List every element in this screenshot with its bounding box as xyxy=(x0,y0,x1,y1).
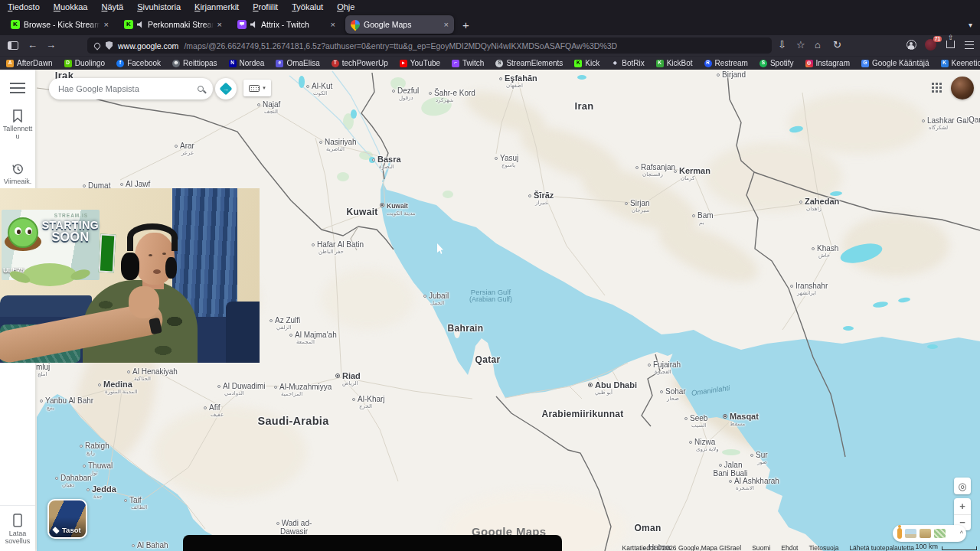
pegman-icon[interactable] xyxy=(897,528,902,539)
bookmark-label: AfterDawn xyxy=(17,59,53,67)
poster-subtitle: STREAM IS xyxy=(44,213,98,218)
sidebar-item-label: Viimeaik. xyxy=(0,178,35,185)
zoom-in-button[interactable]: + xyxy=(954,498,971,515)
bookmark-item[interactable]: ⊕Reittiopas xyxy=(172,59,217,67)
app-menu-icon[interactable] xyxy=(965,41,974,49)
bookmark-item[interactable]: ⌐Twitch xyxy=(452,59,484,67)
streetview-thumbnail[interactable] xyxy=(905,529,916,538)
menu-item[interactable]: Näytä xyxy=(101,2,123,11)
bookmark-label: Twitch xyxy=(462,59,484,67)
bookmark-label: Google Kääntäjä xyxy=(872,59,929,67)
streetview-thumbnail[interactable] xyxy=(920,529,931,538)
bookmark-item[interactable]: ◆BotRix xyxy=(611,59,644,67)
tab[interactable]: KBrowse - Kick Streaming× xyxy=(5,15,114,34)
sidebar-item-label: Tallennettu xyxy=(0,125,35,140)
sidebar-item-recents[interactable]: Viimeaik. xyxy=(0,163,35,185)
bookmark-item[interactable]: KKeenetic Skipper DSL xyxy=(941,59,980,67)
new-tab-button[interactable]: + xyxy=(462,18,469,31)
streetview-thumbnail[interactable] xyxy=(934,529,946,538)
extension-icon[interactable]: 71 xyxy=(925,39,936,51)
tab[interactable]: KPerkonmaki Stream - Watch× xyxy=(119,15,227,34)
history-icon xyxy=(11,163,24,175)
account-icon[interactable] xyxy=(906,40,916,50)
directions-button[interactable]: → xyxy=(215,78,237,99)
map-attribution: Karttatiedot ©2026 Google,Mapa GISraelSu… xyxy=(622,544,914,551)
menu-item[interactable]: Profiilit xyxy=(253,2,278,11)
sidebar-item-saved[interactable]: Tallennettu xyxy=(0,109,35,140)
menu-item[interactable]: Sivuhistoria xyxy=(137,2,181,11)
layers-button[interactable]: Tasot xyxy=(47,499,87,539)
attribution-link[interactable]: Ehdot xyxy=(781,544,798,551)
bookmark-item[interactable]: TtechPowerUp xyxy=(332,59,388,67)
phone-icon xyxy=(13,514,22,527)
share-icon[interactable] xyxy=(946,41,955,48)
shield-icon[interactable] xyxy=(106,41,113,50)
my-location-button[interactable]: ◎ xyxy=(954,478,971,494)
bookmark-item[interactable]: SSpotify xyxy=(760,59,794,67)
bookmark-favicon: S xyxy=(495,60,503,67)
menu-item[interactable]: Kirjanmerkit xyxy=(194,2,239,11)
forward-icon[interactable]: → xyxy=(46,39,56,51)
bookmark-label: Duolingo xyxy=(75,59,105,67)
input-tools-button[interactable]: ▾ xyxy=(243,80,271,96)
tab-close-button[interactable]: × xyxy=(104,20,109,29)
google-apps-grid-icon[interactable] xyxy=(931,82,942,93)
bookmark-label: Keenetic Skipper DSL xyxy=(952,59,980,67)
menu-item[interactable]: Ohje xyxy=(337,2,354,11)
attribution-link[interactable]: Lähetä tuotepalautetta xyxy=(849,544,914,551)
attribution-link: Karttatiedot ©2026 Google,Mapa GISrael xyxy=(622,544,742,551)
bookmark-item[interactable]: eOmaElisa xyxy=(276,59,319,67)
attribution-link[interactable]: Suomi xyxy=(752,544,770,551)
collapse-icon[interactable]: ^ xyxy=(960,530,962,537)
tab-title: Attrix - Twitch xyxy=(261,20,327,29)
attribution-link[interactable]: Tietosuoja xyxy=(808,544,838,551)
headphones-icon xyxy=(165,257,177,279)
sidebar-item-label: Lataa sovellus xyxy=(0,530,35,545)
bookmark-favicon: K xyxy=(656,60,664,67)
tab-audio-icon[interactable] xyxy=(250,21,257,28)
bookmark-favicon: ◆ xyxy=(611,60,619,67)
bookmark-item[interactable]: SStreamElements xyxy=(495,59,563,67)
tab-close-button[interactable]: × xyxy=(217,20,222,29)
bookmark-item[interactable]: KKickBot xyxy=(656,59,693,67)
bookmark-favicon: e xyxy=(276,60,283,67)
tab-close-button[interactable]: × xyxy=(331,20,335,29)
bookmark-icon xyxy=(12,109,23,122)
menu-item[interactable]: Työkalut xyxy=(292,2,323,11)
save-page-icon[interactable]: ⇩ xyxy=(778,39,786,51)
back-icon[interactable]: ← xyxy=(28,39,38,51)
search-input[interactable] xyxy=(58,84,198,93)
bookmark-item[interactable]: fFacebook xyxy=(116,59,161,67)
bookmark-star-icon[interactable]: ☆ xyxy=(796,39,805,51)
maps-search-box[interactable] xyxy=(49,78,213,99)
tab-audio-icon[interactable] xyxy=(137,21,144,28)
bookmark-item[interactable]: RRestream xyxy=(704,59,748,67)
bookmark-item[interactable]: ◎Instagram xyxy=(805,59,850,67)
bookmarks-bar: AAfterDawnDDuolingofFacebook⊕ReittiopasN… xyxy=(0,56,980,70)
menu-item[interactable]: Tiedosto xyxy=(8,2,40,11)
streamer-hand xyxy=(129,286,159,318)
chevron-down-icon[interactable]: ▾ xyxy=(263,85,266,91)
sidebar-item-download-app[interactable]: Lataa sovellus xyxy=(0,505,35,545)
tab[interactable]: Google Maps× xyxy=(345,15,454,34)
bookmark-item[interactable]: GGoogle Kääntäjä xyxy=(861,59,929,67)
bookmark-item[interactable]: DDuolingo xyxy=(64,59,105,67)
bookmark-item[interactable]: ▸YouTube xyxy=(400,59,440,67)
bookmark-favicon: f xyxy=(116,60,124,67)
account-avatar[interactable] xyxy=(951,77,974,99)
tab-close-button[interactable]: × xyxy=(444,20,449,29)
maps-menu-icon[interactable] xyxy=(10,83,25,84)
reload-icon[interactable]: ↻ xyxy=(833,39,841,51)
home-icon[interactable]: ⌂ xyxy=(815,39,821,51)
url-bar[interactable]: www.google.com/maps/@26.6624749,51.26741… xyxy=(87,37,772,54)
gmaps-favicon xyxy=(349,18,362,31)
bookmark-item[interactable]: KKick xyxy=(574,59,599,67)
sidebar-toggle-icon[interactable] xyxy=(8,41,18,50)
list-all-tabs-icon[interactable]: ▾ xyxy=(969,21,972,29)
tab[interactable]: Attrix - Twitch× xyxy=(232,15,341,34)
menu-item[interactable]: Muokkaa xyxy=(54,2,88,11)
bookmark-label: Spotify xyxy=(770,59,794,67)
search-icon[interactable] xyxy=(198,86,204,92)
bookmark-item[interactable]: AAfterDawn xyxy=(6,59,53,67)
bookmark-item[interactable]: NNordea xyxy=(229,59,265,67)
